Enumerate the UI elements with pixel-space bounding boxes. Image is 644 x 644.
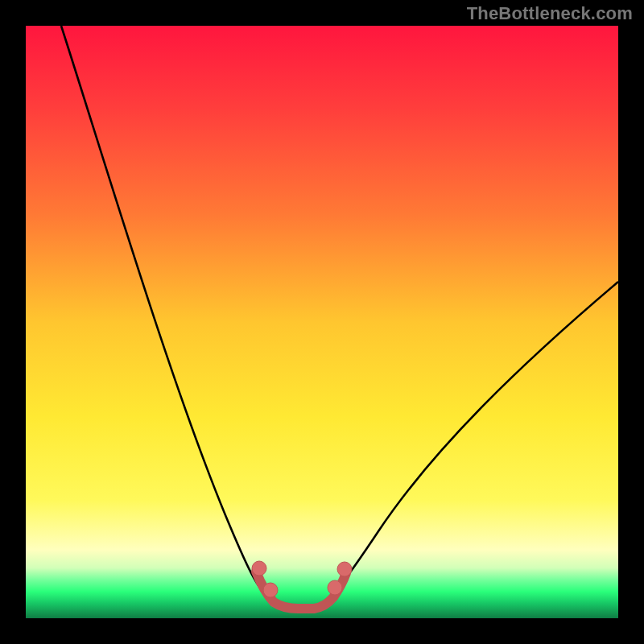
svg-point-3 — [337, 562, 352, 576]
plot-area — [26, 26, 618, 618]
svg-point-0 — [252, 561, 266, 576]
svg-point-1 — [263, 583, 278, 597]
chart-frame: TheBottleneck.com — [0, 0, 644, 644]
chart-svg — [0, 0, 644, 644]
watermark-text: TheBottleneck.com — [467, 3, 633, 24]
svg-point-2 — [328, 580, 342, 595]
